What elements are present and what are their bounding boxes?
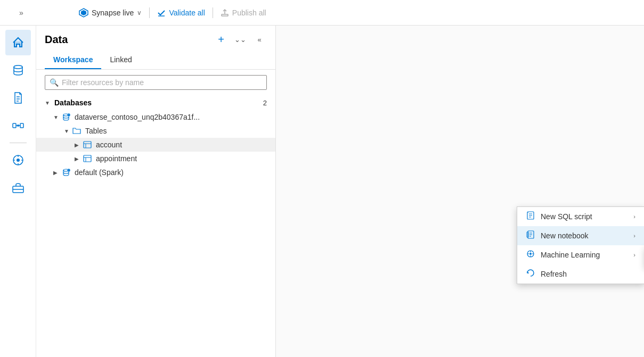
search-icon: 🔍 bbox=[50, 78, 59, 87]
databases-label: Databases bbox=[54, 98, 260, 107]
context-menu-item-left-ml: Machine Learning bbox=[526, 250, 600, 260]
pipeline-icon bbox=[12, 119, 25, 132]
dataverse-db-item[interactable]: ▼ * dataverse_contoso_unq2b40367a1f... bbox=[36, 110, 275, 124]
validate-all-label: Validate all bbox=[169, 9, 205, 17]
search-input[interactable] bbox=[62, 78, 262, 87]
account-table-item[interactable]: ▶ account bbox=[36, 138, 275, 152]
svg-rect-23 bbox=[84, 142, 91, 148]
notebook-icon bbox=[526, 230, 535, 241]
panel-actions: + ⌄⌄ « bbox=[214, 32, 267, 47]
document-icon bbox=[12, 92, 25, 104]
svg-point-13 bbox=[17, 159, 20, 162]
new-notebook-label: New notebook bbox=[541, 231, 589, 240]
tabs: Workspace Linked bbox=[36, 51, 275, 70]
collapse-panel-button[interactable]: « bbox=[252, 32, 267, 47]
panel-title: Data bbox=[45, 34, 68, 46]
appointment-table-item[interactable]: ▶ appointment bbox=[36, 152, 275, 165]
spark-db-icon: * bbox=[62, 168, 70, 177]
context-menu-item-left-refresh: Refresh bbox=[526, 269, 567, 279]
default-spark-expand-icon: ▶ bbox=[53, 170, 60, 176]
context-menu: New SQL script › Ne bbox=[517, 206, 644, 284]
sidebar-item-monitor[interactable] bbox=[5, 147, 31, 173]
workspace-chevron-icon: ∨ bbox=[137, 9, 142, 16]
appointment-expand-icon: ▶ bbox=[75, 156, 81, 162]
sidebar-item-manage[interactable] bbox=[5, 175, 31, 201]
sql-script-submenu-icon: › bbox=[633, 213, 635, 220]
svg-point-42 bbox=[529, 253, 532, 255]
home-icon bbox=[12, 36, 25, 49]
context-menu-refresh[interactable]: Refresh bbox=[517, 264, 644, 284]
account-expand-icon: ▶ bbox=[75, 142, 81, 148]
refresh-label: Refresh bbox=[541, 270, 567, 278]
linked-db-icon: * bbox=[62, 113, 70, 121]
publish-icon bbox=[221, 9, 229, 17]
workspace-selector[interactable]: Synapse live ∨ bbox=[92, 9, 142, 17]
svg-rect-26 bbox=[84, 155, 91, 162]
account-table-label: account bbox=[96, 140, 122, 149]
machine-learning-icon bbox=[526, 250, 535, 260]
svg-rect-8 bbox=[13, 123, 16, 128]
notebook-submenu-icon: › bbox=[633, 233, 635, 239]
databases-section-header[interactable]: ▼ Databases 2 bbox=[36, 95, 275, 110]
ml-submenu-icon: › bbox=[633, 252, 635, 258]
search-container: 🔍 bbox=[36, 70, 275, 95]
sql-script-icon bbox=[526, 211, 535, 222]
synapse-icon bbox=[79, 8, 88, 18]
folder-icon bbox=[72, 127, 81, 135]
validate-all-button[interactable]: Validate all bbox=[157, 9, 205, 17]
publish-all-button[interactable]: Publish all bbox=[221, 9, 266, 17]
tables-collapse-icon: ▼ bbox=[64, 128, 70, 134]
svg-point-4 bbox=[14, 65, 22, 69]
databases-collapse-icon: ▼ bbox=[45, 100, 51, 106]
new-sql-script-label: New SQL script bbox=[541, 212, 592, 221]
topbar: » Synapse live ∨ Validate all Publ bbox=[0, 0, 644, 26]
tables-folder-label: Tables bbox=[85, 127, 107, 135]
svg-rect-9 bbox=[20, 123, 23, 128]
sidebar-divider bbox=[10, 143, 27, 143]
svg-marker-1 bbox=[81, 10, 86, 15]
sidebar-item-database[interactable] bbox=[5, 57, 31, 83]
panel-header: Data + ⌄⌄ « bbox=[36, 26, 275, 51]
data-panel: Data + ⌄⌄ « Workspace Linked 🔍 bbox=[36, 26, 276, 357]
dataverse-db-label: dataverse_contoso_unq2b40367a1f... bbox=[75, 113, 200, 121]
content-area: New SQL script › Ne bbox=[276, 26, 644, 357]
table-icon bbox=[83, 140, 92, 149]
sidebar-item-pipeline[interactable] bbox=[5, 113, 31, 138]
workspace-name: Synapse live bbox=[92, 9, 134, 17]
machine-learning-label: Machine Learning bbox=[541, 251, 600, 259]
tab-workspace[interactable]: Workspace bbox=[45, 51, 101, 69]
sidebar-icons bbox=[0, 26, 36, 357]
database-icon bbox=[12, 64, 25, 77]
topbar-divider2 bbox=[213, 7, 213, 18]
context-menu-new-notebook[interactable]: New notebook › bbox=[517, 226, 644, 245]
default-spark-label: default (Spark) bbox=[75, 168, 124, 177]
context-menu-new-sql-script[interactable]: New SQL script › bbox=[517, 207, 644, 226]
svg-point-11 bbox=[17, 124, 19, 127]
table-icon2 bbox=[83, 154, 92, 163]
add-resource-button[interactable]: + bbox=[214, 32, 229, 47]
search-box: 🔍 bbox=[45, 75, 267, 90]
refresh-icon bbox=[526, 269, 535, 279]
monitor-icon bbox=[12, 154, 25, 167]
main-layout: Data + ⌄⌄ « Workspace Linked 🔍 bbox=[0, 26, 644, 357]
sort-button[interactable]: ⌄⌄ bbox=[233, 32, 248, 47]
publish-all-label: Publish all bbox=[232, 9, 266, 17]
dataverse-collapse-icon: ▼ bbox=[53, 114, 60, 120]
default-spark-item[interactable]: ▶ * default (Spark) bbox=[36, 165, 275, 179]
context-menu-item-left-notebook: New notebook bbox=[526, 230, 589, 241]
sidebar-item-document[interactable] bbox=[5, 85, 31, 111]
tab-linked[interactable]: Linked bbox=[101, 51, 140, 69]
collapse-sidebar-icon[interactable]: » bbox=[19, 9, 23, 17]
topbar-divider bbox=[149, 7, 150, 18]
sidebar-item-home[interactable] bbox=[5, 30, 31, 55]
context-menu-item-left-sql: New SQL script bbox=[526, 211, 592, 222]
svg-rect-3 bbox=[222, 14, 228, 16]
databases-count: 2 bbox=[263, 99, 267, 107]
manage-icon bbox=[12, 181, 25, 194]
tables-folder-item[interactable]: ▼ Tables bbox=[36, 124, 275, 138]
resource-tree: ▼ Databases 2 ▼ * dataverse_contoso_unq2… bbox=[36, 95, 275, 357]
context-menu-machine-learning[interactable]: Machine Learning › bbox=[517, 245, 644, 264]
appointment-table-label: appointment bbox=[96, 154, 137, 163]
validate-icon bbox=[157, 9, 166, 17]
